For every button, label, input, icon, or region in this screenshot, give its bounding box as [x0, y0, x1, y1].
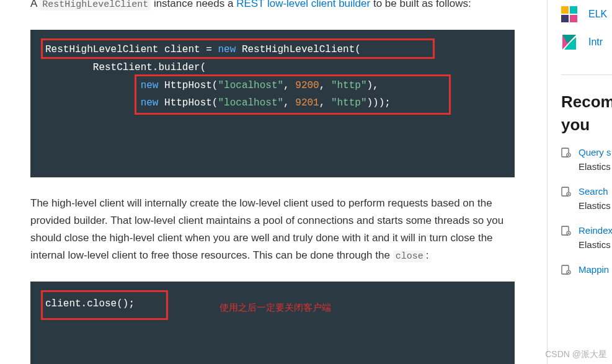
sidebar-article-link[interactable]: Search — [579, 185, 611, 199]
article-icon — [561, 187, 571, 197]
main-content: A RestHighLevelClient instance needs a R… — [0, 0, 515, 364]
sidebar-article-sub: Elastics — [579, 238, 612, 252]
intro-paragraph: A RestHighLevelClient instance needs a R… — [30, 0, 515, 12]
kibana-logo-icon — [561, 33, 577, 51]
sidebar-recommended-heading: Recomm you — [561, 92, 612, 135]
sidebar-article-link[interactable]: Mappin — [579, 263, 609, 277]
sidebar-article-item[interactable]: Reindex Elastics — [561, 224, 612, 252]
sidebar-article-link[interactable]: Query s — [579, 146, 611, 160]
article-icon — [561, 148, 571, 158]
article-icon — [561, 265, 571, 275]
sidebar-link-elk[interactable]: ELK — [588, 9, 607, 20]
sidebar-link-kibana[interactable]: Intr — [588, 37, 603, 48]
sidebar-item-elk[interactable]: ELK — [561, 6, 612, 22]
explanation-paragraph: The high-level client will internally cr… — [30, 195, 515, 265]
inline-code: RestHighLevelClient — [40, 0, 151, 11]
elk-logo-icon — [561, 6, 577, 22]
code-block-init: RestHighLevelClient client = new RestHig… — [30, 30, 515, 177]
watermark: CSDN @派大星 — [545, 349, 607, 360]
sidebar-article-link[interactable]: Reindex — [579, 224, 612, 238]
svg-rect-2 — [561, 15, 569, 22]
svg-rect-3 — [570, 15, 577, 22]
sidebar-divider — [561, 74, 612, 75]
sidebar-article-item[interactable]: Mappin — [561, 263, 612, 277]
inline-code-close: close — [393, 251, 426, 262]
sidebar-article-item[interactable]: Query s Elastics — [561, 146, 612, 174]
code-block-close: client.close(); 使用之后一定要关闭客户端 — [30, 282, 515, 364]
svg-rect-1 — [570, 6, 577, 14]
sidebar-article-item[interactable]: Search Elastics — [561, 185, 612, 213]
low-level-client-link[interactable]: REST low-level client builder — [236, 0, 370, 9]
svg-rect-0 — [561, 6, 569, 14]
sidebar-article-sub: Elastics — [579, 199, 611, 213]
sidebar-article-sub: Elastics — [579, 160, 611, 174]
sidebar: ELK Intr Recomm you Query s Elastics Sea… — [547, 0, 612, 364]
sidebar-item-kibana[interactable]: Intr — [561, 33, 612, 51]
article-icon — [561, 226, 571, 236]
annotation-close: 使用之后一定要关闭客户端 — [220, 299, 331, 316]
